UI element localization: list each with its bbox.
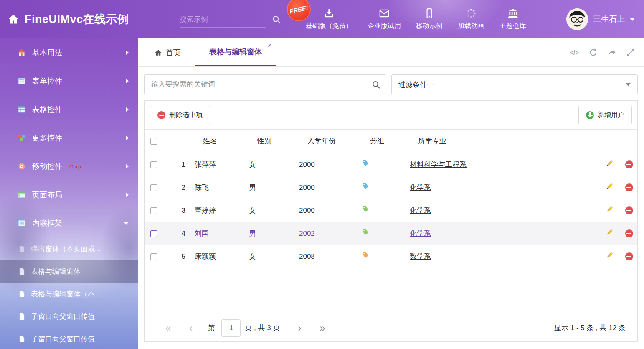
row-number: 5 — [171, 245, 190, 268]
nav-item-theme-repo[interactable]: 主题仓库 — [492, 8, 534, 31]
table-row[interactable]: 1 张萍萍 女 2000 材料科学与工程系 — [145, 153, 637, 176]
select-all-checkbox[interactable] — [150, 138, 157, 145]
table-row[interactable]: 2 陈飞 男 2000 化学系 — [145, 176, 637, 199]
file-icon — [19, 268, 25, 275]
nav-item-label: 移动示例 — [416, 22, 443, 31]
table-row[interactable]: 3 董婷婷 女 2000 化学系 — [145, 199, 637, 222]
edit-icon[interactable] — [605, 159, 614, 170]
sidebar-subitem-grid-edit-window-2[interactable]: 表格与编辑窗体（不... — [0, 283, 138, 305]
sidebar-item-page-layout[interactable]: 页面布局 — [0, 181, 138, 209]
download-icon — [323, 8, 335, 19]
delete-icon[interactable] — [625, 229, 633, 237]
grid-toolbar: 删除选中项 新增用户 — [145, 101, 637, 130]
chevron-right-icon — [126, 79, 129, 84]
chevron-right-icon — [126, 50, 129, 55]
sidebar-item-form-controls[interactable]: 表单控件 — [0, 67, 138, 95]
add-user-button[interactable]: 新增用户 — [578, 106, 632, 124]
brand: FineUIMvc在线示例 — [8, 0, 129, 38]
pagination-bar: « ‹ 第 页 , 共 3 页 › » 显示 1 - 5 条 , 共 12 条 — [145, 314, 637, 341]
col-actions — [591, 130, 637, 153]
delete-icon[interactable] — [625, 183, 633, 191]
edit-icon[interactable] — [605, 182, 614, 193]
source-code-icon[interactable]: </> — [570, 49, 579, 56]
edit-icon[interactable] — [605, 228, 614, 239]
sidebar-subitem-grid-edit-window[interactable]: 表格与编辑窗体 — [0, 260, 138, 283]
table-icon — [18, 105, 26, 114]
row-checkbox[interactable] — [150, 207, 157, 214]
edit-icon[interactable] — [605, 251, 614, 262]
prev-page-icon[interactable]: ‹ — [180, 322, 202, 334]
delete-icon[interactable] — [625, 252, 633, 260]
row-number: 1 — [171, 153, 190, 176]
major-link[interactable]: 数学系 — [410, 252, 431, 260]
first-page-icon[interactable]: « — [156, 322, 180, 334]
search-icon[interactable] — [366, 75, 386, 94]
next-page-icon[interactable]: › — [289, 322, 310, 334]
sidebar-subitem-child-to-parent[interactable]: 子窗口向父窗口传值 — [0, 305, 138, 328]
page-number-input[interactable] — [221, 319, 241, 337]
row-checkbox[interactable] — [150, 230, 157, 237]
delete-icon[interactable] — [625, 160, 633, 168]
delete-selected-button[interactable]: 删除选中项 — [150, 106, 210, 124]
nav-item-mobile-examples[interactable]: 移动示例 — [408, 8, 450, 31]
app-header: FineUIMvc在线示例 FREE! 基础版（免费） — [0, 0, 644, 38]
major-link[interactable]: 化学系 — [410, 229, 431, 237]
sidebar-item-more-controls[interactable]: 更多控件 — [0, 124, 138, 152]
major-link[interactable]: 材料科学与工程系 — [410, 160, 467, 168]
nav-item-label: 企业版试用 — [368, 22, 401, 31]
keyword-search-input[interactable] — [145, 80, 366, 89]
cell-year: 2000 — [294, 153, 357, 176]
tag-icon — [362, 229, 369, 236]
expand-icon[interactable] — [626, 48, 635, 57]
delete-icon[interactable] — [625, 206, 633, 214]
edit-icon[interactable] — [605, 205, 614, 216]
major-link[interactable]: 化学系 — [410, 206, 431, 214]
refresh-icon[interactable] — [589, 48, 598, 57]
table-header-row: 姓名 性别 入学年份 分组 所学专业 — [145, 130, 637, 153]
nav-item-enterprise-trial[interactable]: 企业版试用 — [360, 8, 408, 31]
major-link[interactable]: 化学系 — [410, 183, 431, 191]
cell-year: 2000 — [294, 199, 357, 222]
row-checkbox[interactable] — [150, 161, 157, 168]
row-number: 4 — [171, 222, 190, 245]
table-row-selected[interactable]: 4 刘国 男 2002 化学系 — [145, 222, 637, 245]
chevron-right-icon — [126, 107, 129, 112]
tab-close-icon[interactable]: × — [268, 42, 272, 49]
user-menu-caret-icon[interactable] — [630, 18, 635, 21]
tab-home[interactable]: 首页 — [152, 38, 183, 66]
file-icon — [19, 336, 25, 343]
sidebar-item-grid-controls[interactable]: 表格控件 — [0, 95, 138, 124]
chevron-right-icon — [126, 164, 129, 169]
filter-dropdown[interactable]: 过滤条件一 — [391, 74, 638, 94]
keyword-search-box — [144, 74, 386, 94]
search-icon[interactable] — [272, 15, 281, 24]
row-checkbox[interactable] — [150, 184, 157, 191]
target-icon — [18, 162, 26, 171]
divider — [286, 323, 286, 334]
app-root: FineUIMvc在线示例 FREE! 基础版（免费） — [0, 0, 644, 349]
username[interactable]: 三生石上 — [593, 14, 625, 25]
corp-badge: Corp. — [69, 163, 83, 170]
cell-gender: 女 — [244, 153, 294, 176]
table-row[interactable]: 5 康颖颖 女 2008 数学系 — [145, 245, 637, 268]
row-checkbox[interactable] — [150, 253, 157, 260]
sidebar-subitem-child-to-parent-2[interactable]: 子窗口向父窗口传值... — [0, 328, 138, 349]
bank-icon — [507, 8, 519, 19]
plus-circle-icon — [586, 111, 594, 119]
share-icon[interactable] — [608, 48, 616, 57]
cell-name: 陈飞 — [190, 176, 244, 199]
sidebar-item-mobile-controls[interactable]: 移动控件 Corp. — [0, 152, 138, 181]
home-icon — [155, 49, 162, 56]
sidebar-item-basic-usage[interactable]: 基本用法 — [0, 38, 138, 67]
tab-grid-edit-window[interactable]: 表格与编辑窗体 × — [195, 38, 276, 66]
header-search-input[interactable] — [180, 15, 272, 24]
last-page-icon[interactable]: » — [310, 322, 334, 334]
home-icon[interactable] — [8, 13, 19, 25]
tag-icon — [362, 160, 369, 167]
sidebar-subitem-popup-window[interactable]: 弹出窗体（本页面或... — [0, 237, 138, 260]
page-label: 第 — [208, 323, 215, 333]
filter-dropdown-value: 过滤条件一 — [398, 80, 434, 89]
avatar[interactable] — [566, 8, 588, 30]
nav-item-loading-animations[interactable]: 加载动画 — [450, 8, 492, 31]
sidebar-item-iframe[interactable]: 内联框架 — [0, 209, 138, 237]
